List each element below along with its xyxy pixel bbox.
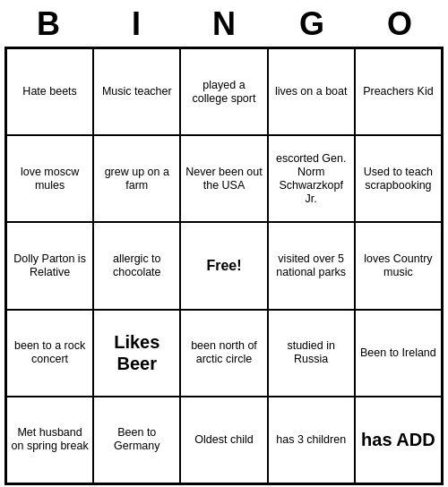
bingo-cell-r2c0[interactable]: Dolly Parton is Relative bbox=[6, 222, 93, 309]
bingo-letter-i: I bbox=[92, 5, 180, 43]
bingo-cell-r2c4[interactable]: loves Country music bbox=[355, 222, 442, 309]
bingo-cell-r3c2[interactable]: been north of arctic circle bbox=[180, 310, 267, 397]
bingo-cell-r0c4[interactable]: Preachers Kid bbox=[355, 48, 442, 135]
bingo-cell-r4c3[interactable]: has 3 children bbox=[268, 397, 355, 483]
bingo-cell-r1c1[interactable]: grew up on a farm bbox=[93, 135, 180, 222]
bingo-cell-r2c2[interactable]: Free! bbox=[180, 222, 267, 309]
bingo-cell-r3c1[interactable]: Likes Beer bbox=[93, 310, 180, 397]
bingo-letter-g: G bbox=[268, 5, 356, 43]
bingo-header: BINGO bbox=[4, 0, 444, 47]
bingo-cell-r3c0[interactable]: been to a rock concert bbox=[6, 310, 93, 397]
bingo-cell-r4c4[interactable]: has ADD bbox=[355, 397, 442, 483]
bingo-cell-r0c1[interactable]: Music teacher bbox=[93, 48, 180, 135]
bingo-letter-b: B bbox=[4, 5, 92, 43]
bingo-cell-r3c3[interactable]: studied in Russia bbox=[268, 310, 355, 397]
bingo-cell-r1c4[interactable]: Used to teach scrapbooking bbox=[355, 135, 442, 222]
bingo-grid: Hate beetsMusic teacherplayed a college … bbox=[4, 47, 444, 485]
bingo-letter-n: N bbox=[180, 5, 268, 43]
bingo-cell-r0c2[interactable]: played a college sport bbox=[180, 48, 267, 135]
bingo-cell-r0c3[interactable]: lives on a boat bbox=[268, 48, 355, 135]
bingo-cell-r4c0[interactable]: Met husband on spring break bbox=[6, 397, 93, 483]
bingo-cell-r1c0[interactable]: love moscw mules bbox=[6, 135, 93, 222]
bingo-cell-r4c1[interactable]: Been to Germany bbox=[93, 397, 180, 483]
bingo-cell-r3c4[interactable]: Been to Ireland bbox=[355, 310, 442, 397]
bingo-cell-r2c3[interactable]: visited over 5 national parks bbox=[268, 222, 355, 309]
bingo-cell-r1c2[interactable]: Never been out the USA bbox=[180, 135, 267, 222]
bingo-cell-r2c1[interactable]: allergic to chocolate bbox=[93, 222, 180, 309]
bingo-cell-r4c2[interactable]: Oldest child bbox=[180, 397, 267, 483]
bingo-cell-r0c0[interactable]: Hate beets bbox=[6, 48, 93, 135]
bingo-letter-o: O bbox=[356, 5, 444, 43]
bingo-cell-r1c3[interactable]: escorted Gen. Norm Schwarzkopf Jr. bbox=[268, 135, 355, 222]
